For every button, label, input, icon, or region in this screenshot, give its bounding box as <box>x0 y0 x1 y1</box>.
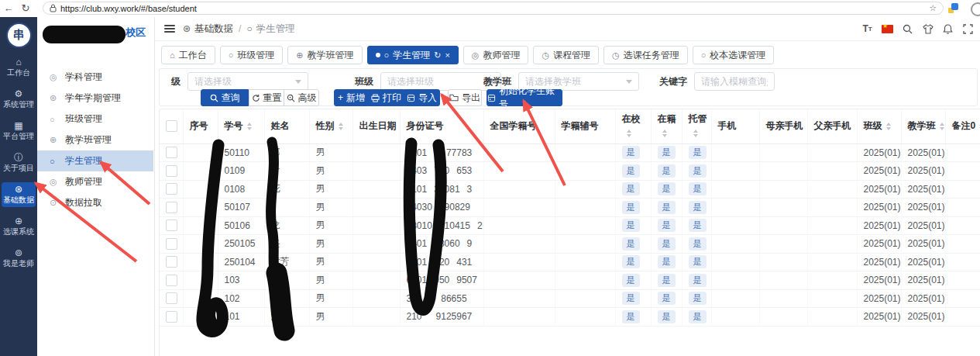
grade-select[interactable]: 请选择级 <box>187 72 308 91</box>
yes-badge: 是 <box>689 237 707 251</box>
cell-phone <box>711 180 759 199</box>
fullscreen-icon[interactable] <box>962 23 974 35</box>
select-all-checkbox[interactable] <box>166 120 177 132</box>
col-header-remark[interactable]: 备注0 <box>945 109 980 143</box>
cell-student_no: 50106 <box>218 216 264 235</box>
collapse-menu-icon[interactable] <box>164 23 175 34</box>
cell-id_no: 44030990829 <box>400 199 483 217</box>
row-checkbox[interactable] <box>166 183 177 195</box>
cell-birth <box>352 271 400 290</box>
rail-item-about[interactable]: ⓘ关于项目 <box>2 150 36 175</box>
cell-student_no: 103 <box>218 271 264 290</box>
translate-icon[interactable] <box>948 3 958 13</box>
tab-close-icon[interactable]: × <box>445 50 449 60</box>
col-header-gender[interactable]: 性别 <box>309 109 352 143</box>
row-checkbox[interactable] <box>166 147 177 158</box>
init-student-accounts-button[interactable]: 初始化学生账号 <box>487 89 562 106</box>
yes-badge: 是 <box>658 310 676 323</box>
row-checkbox[interactable] <box>166 256 177 268</box>
cell-remark <box>945 216 980 235</box>
rail-item-workbench[interactable]: ⌂工作台 <box>2 55 36 80</box>
breadcrumb-section[interactable]: 基础数据 <box>194 22 233 36</box>
address-bar[interactable]: https://club.wxy.work/#/base/student ☆ <box>43 2 944 15</box>
import-button[interactable]: 导入 <box>404 89 440 106</box>
tab-course-task-mgmt[interactable]: ◷选课任务管理 <box>603 46 688 64</box>
sidebar-item-teach-class-mgmt[interactable]: ⊕教学班管理 <box>37 130 153 150</box>
search-button[interactable]: 查询 <box>201 89 249 106</box>
cell-remark <box>945 308 980 327</box>
row-checkbox[interactable] <box>166 202 177 213</box>
tab-course-mgmt[interactable]: ◷课程管理 <box>533 46 599 64</box>
cell-gender: 男 <box>309 216 352 235</box>
rail-item-base-data[interactable]: ⊛基础数据 <box>2 182 36 207</box>
cell-gender: 男 <box>309 199 352 217</box>
row-checkbox[interactable] <box>166 292 177 304</box>
cell-teach_class: 2025(01) <box>901 253 945 271</box>
search-icon[interactable] <box>902 23 913 35</box>
tab-teacher-mgmt[interactable]: ◎教师管理 <box>463 46 529 64</box>
col-header-teach_class[interactable]: 教学班 <box>901 109 945 143</box>
advanced-button[interactable]: 高级 <box>284 89 319 106</box>
cell-registered: 是 <box>651 289 682 308</box>
language-flag-icon[interactable]: ★ <box>882 23 893 35</box>
sort-icon[interactable] <box>886 120 891 133</box>
font-size-icon[interactable]: TT <box>861 23 873 35</box>
row-checkbox[interactable] <box>166 165 177 177</box>
sidebar-item-data-pull[interactable]: ⊙数据拉取 <box>37 192 153 213</box>
col-header-in_school[interactable]: 在校 <box>615 109 651 143</box>
rail-item-system[interactable]: ⚙系统管理 <box>2 87 36 112</box>
row-checkbox[interactable] <box>166 238 177 250</box>
yes-badge: 是 <box>689 201 707 214</box>
bell-icon[interactable] <box>942 23 954 35</box>
sidebar-item-term-mgmt[interactable]: ⊛学年学期管理 <box>37 88 153 109</box>
browser-refresh-icon[interactable]: ↻ <box>17 0 34 17</box>
cell-father_phone <box>807 180 857 199</box>
reset-button[interactable]: 重置 <box>249 89 284 106</box>
row-checkbox[interactable] <box>166 219 177 231</box>
col-header-trusteeship[interactable]: 托管 <box>682 109 711 143</box>
keyword-input[interactable] <box>694 72 775 91</box>
export-button[interactable]: 导出 <box>448 89 482 106</box>
tab-teach-class-mgmt[interactable]: ⊕教学班管理 <box>287 46 362 64</box>
tab-refresh-icon[interactable]: ↻ <box>434 50 441 60</box>
bookmark-star-icon[interactable]: ☆ <box>929 3 937 13</box>
table-body: 50110郝男4201877783是是是2025(01)2025(01)0109… <box>160 143 980 326</box>
browser-back-icon[interactable]: ← <box>0 0 17 17</box>
sort-icon[interactable] <box>662 127 667 140</box>
col-header-registered[interactable]: 在籍 <box>651 109 682 143</box>
yes-badge: 是 <box>689 182 707 195</box>
cell-checkbox <box>160 143 183 162</box>
col-header-clazz[interactable]: 班级 <box>857 109 901 143</box>
browser-profile-icon[interactable] <box>971 2 980 16</box>
tab-class-mgmt[interactable]: ○班级管理 <box>220 46 284 64</box>
tab-workbench[interactable]: ⌂工作台 <box>161 46 215 64</box>
tab-student-mgmt[interactable]: ○ 学生管理 ↻ × <box>367 46 459 64</box>
col-header-student_no[interactable]: 学号 <box>218 109 264 143</box>
sidebar-item-class-mgmt[interactable]: ○班级管理 <box>37 109 153 130</box>
cell-aux_no <box>555 143 615 162</box>
yes-badge: 是 <box>658 255 676 268</box>
sort-icon[interactable] <box>693 127 698 140</box>
cell-gender: 男 <box>309 143 352 162</box>
rail-item-teacher[interactable]: ⊚我是老师 <box>2 246 36 271</box>
sort-icon[interactable] <box>247 120 252 133</box>
print-button[interactable]: 打印 <box>369 89 404 106</box>
theme-shirt-icon[interactable] <box>922 23 934 35</box>
tab-school-course-mgmt[interactable]: ○校本选课管理 <box>693 46 775 64</box>
add-button[interactable]: +新增 <box>334 89 369 106</box>
row-checkbox[interactable] <box>166 275 177 286</box>
sidebar-item-subject-mgmt[interactable]: ◎学科管理 <box>37 67 153 88</box>
sort-icon[interactable] <box>627 127 631 140</box>
sort-icon[interactable] <box>940 120 944 133</box>
col-header-birth[interactable]: 出生日期 <box>352 109 400 143</box>
row-checkbox[interactable] <box>166 311 177 323</box>
sidebar-item-student-mgmt[interactable]: ○学生管理 <box>37 150 153 171</box>
rail-item-platform[interactable]: ▦平台管理 <box>2 119 36 143</box>
cell-id_no: 4401920431 <box>400 253 483 271</box>
sort-icon[interactable] <box>339 120 343 133</box>
yes-badge: 是 <box>658 219 676 232</box>
cell-birth <box>352 253 400 271</box>
sidebar-item-teacher-mgmt[interactable]: ◎教师管理 <box>37 171 153 192</box>
yes-badge: 是 <box>622 274 640 287</box>
rail-item-course-select[interactable]: ⊕选课系统 <box>2 214 36 239</box>
